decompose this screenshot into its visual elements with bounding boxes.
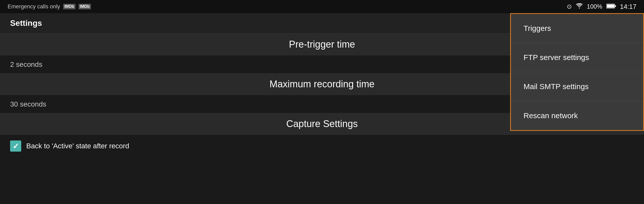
imdb-badge-1: IMDb <box>63 4 76 9</box>
svg-rect-1 <box>607 5 614 8</box>
imdb-badge-2: IMDb <box>79 4 91 9</box>
dropdown-item-mail-smtp-settings[interactable]: Mail SMTP settings <box>511 72 643 101</box>
emergency-calls-text: Emergency calls only <box>8 3 60 10</box>
back-to-active-label: Back to 'Active' state after record <box>26 142 129 150</box>
status-bar-left: Emergency calls only IMDb IMDb <box>8 3 91 10</box>
status-bar-right: ⊙ 100% 14:17 <box>567 3 636 11</box>
page-title: Settings <box>10 18 42 28</box>
wifi-icon <box>576 3 583 10</box>
time-display: 14:17 <box>620 3 636 11</box>
status-bar: Emergency calls only IMDb IMDb ⊙ 100% 14… <box>0 0 644 13</box>
battery-level-text: 100% <box>587 3 602 10</box>
dropdown-item-rescan-network[interactable]: Rescan network <box>511 101 643 130</box>
dropdown-item-ftp-server-settings[interactable]: FTP server settings <box>511 43 643 72</box>
dropdown-menu: Triggers FTP server settings Mail SMTP s… <box>510 13 644 131</box>
location-icon: ⊙ <box>567 3 572 10</box>
battery-icon <box>606 3 616 10</box>
dropdown-item-triggers[interactable]: Triggers <box>511 14 643 43</box>
svg-rect-2 <box>615 5 616 7</box>
back-to-active-row[interactable]: Back to 'Active' state after record <box>0 135 644 157</box>
back-to-active-checkbox[interactable] <box>10 140 21 152</box>
